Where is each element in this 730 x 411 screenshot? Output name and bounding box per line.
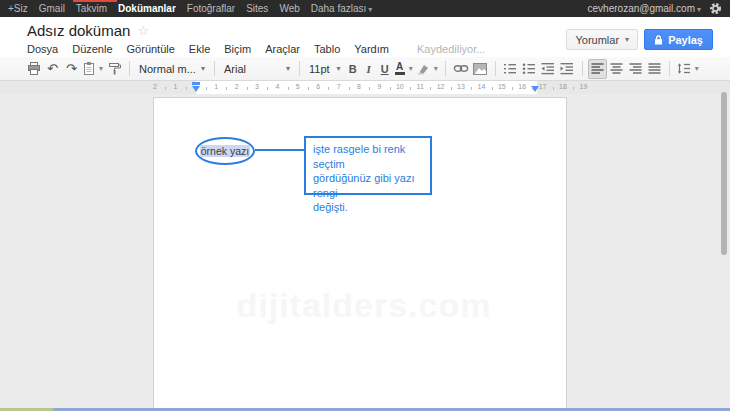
star-icon[interactable]: ☆: [137, 23, 149, 38]
menu-help[interactable]: Yardım: [354, 43, 389, 55]
ruler-tick: [532, 87, 533, 90]
comments-label: Yorumlar: [575, 34, 619, 46]
ruler-tick: [288, 87, 289, 90]
menu-tools[interactable]: Araçlar: [265, 43, 300, 55]
menu-format[interactable]: Biçim: [224, 43, 251, 55]
italic-button[interactable]: I: [361, 63, 377, 75]
style-dropdown[interactable]: Normal m... ▾: [135, 59, 209, 79]
font-value: Arial: [224, 63, 246, 75]
menu-table[interactable]: Tablo: [314, 43, 340, 55]
vertical-scrollbar-thumb[interactable]: [721, 92, 727, 255]
google-topbar: +Siz Gmail Takvim Dokümanlar Fotoğraflar…: [0, 0, 730, 17]
toolbar-separator: [445, 61, 446, 76]
ruler-tick: [553, 87, 554, 90]
chevron-down-icon: ▾: [368, 5, 372, 14]
save-status: Kaydediliyor...: [417, 43, 485, 55]
share-button[interactable]: Paylaş: [644, 29, 713, 50]
print-button[interactable]: [24, 59, 43, 79]
menubar: Dosya Düzenle Görüntüle Ekle Biçim Araçl…: [27, 43, 485, 55]
ruler-number: 4: [272, 83, 282, 90]
annotation-line: değişti.: [313, 200, 423, 215]
menu-insert[interactable]: Ekle: [189, 43, 210, 55]
google-docs-window: +Siz Gmail Takvim Dokümanlar Fotoğraflar…: [0, 0, 730, 411]
document-title[interactable]: Adsız doküman: [27, 22, 130, 39]
topbar-link-gmail[interactable]: Gmail: [39, 3, 65, 14]
ruler-tick: [512, 87, 513, 90]
align-left-button[interactable]: [588, 59, 607, 79]
insert-image-button[interactable]: [471, 59, 490, 79]
topbar-link-web[interactable]: Web: [279, 3, 299, 14]
indent-icon: [560, 62, 574, 75]
underline-button[interactable]: U: [377, 63, 393, 75]
web-clipboard-button[interactable]: ▾: [81, 59, 105, 79]
redo-button[interactable]: ↷: [62, 59, 81, 79]
increase-indent-button[interactable]: [558, 59, 577, 79]
ruler-number: 2: [150, 83, 160, 90]
ruler-tick: [349, 87, 350, 90]
topbar-link-photos[interactable]: Fotoğraflar: [187, 3, 235, 14]
ruler-number: 7: [334, 83, 344, 90]
gear-icon[interactable]: [709, 2, 722, 15]
paint-format-button[interactable]: [105, 59, 124, 79]
highlight-color-button[interactable]: ▾: [415, 59, 440, 79]
menu-view[interactable]: Görüntüle: [127, 43, 175, 55]
ruler-number: 18: [558, 83, 568, 90]
align-left-icon: [591, 62, 604, 75]
ruler-tick: [206, 87, 207, 90]
redo-icon: ↷: [66, 62, 77, 75]
menu-edit[interactable]: Düzenle: [72, 43, 112, 55]
ruler-tick: [390, 87, 391, 90]
bulleted-list-button[interactable]: [520, 59, 539, 79]
topbar-link-calendar[interactable]: Takvim: [76, 3, 107, 14]
undo-icon: ↶: [47, 62, 58, 75]
bold-button[interactable]: B: [345, 63, 361, 75]
left-indent-marker[interactable]: [192, 86, 200, 92]
ruler-number: 8: [354, 83, 364, 90]
toolbar-separator: [582, 61, 583, 76]
ruler-tick: [328, 87, 329, 90]
first-line-indent-marker[interactable]: [192, 82, 200, 85]
ruler-tick: [573, 87, 574, 90]
editor-page[interactable]: dijitalders.com örnek yazı işte rasgele …: [153, 97, 567, 411]
highlight-pen-icon: [417, 62, 430, 75]
line-spacing-icon: [677, 62, 691, 75]
menu-file[interactable]: Dosya: [27, 43, 58, 55]
paint-roller-icon: [108, 62, 122, 75]
text-color-button[interactable]: A ▾: [393, 59, 415, 79]
topbar-link-documents[interactable]: Dokümanlar: [118, 3, 176, 14]
ruler-number: 1: [170, 83, 180, 90]
ruler-tick: [308, 87, 309, 90]
clipboard-icon: [83, 62, 95, 75]
annotation-line: gördüğünüz gibi yazı rengi: [313, 171, 423, 200]
font-dropdown[interactable]: Arial ▾: [220, 59, 294, 79]
insert-link-button[interactable]: [451, 59, 471, 79]
document-header: Adsız doküman ☆ Dosya Düzenle Görüntüle …: [0, 17, 730, 57]
document-area: dijitalders.com örnek yazı işte rasgele …: [0, 94, 730, 411]
line-spacing-button[interactable]: ▾: [675, 59, 701, 79]
sample-text[interactable]: örnek yazı: [200, 145, 250, 157]
print-icon: [27, 62, 41, 75]
ruler-number: 12: [436, 83, 446, 90]
annotation-callout-box: işte rasgele bi renk seçtim gördüğünüz g…: [304, 136, 432, 195]
style-value: Normal m...: [139, 63, 196, 75]
ruler-number: 3: [252, 83, 262, 90]
ruler-number: 19: [578, 83, 588, 90]
align-justify-button[interactable]: [645, 59, 664, 79]
comments-button[interactable]: Yorumlar ▾: [566, 29, 638, 50]
ruler-number: 11: [415, 83, 425, 90]
topbar-link-plus-you[interactable]: +Siz: [8, 3, 28, 14]
decrease-indent-button[interactable]: [539, 59, 558, 79]
account-menu[interactable]: cevherozan@gmail.com▾: [588, 3, 701, 14]
align-center-button[interactable]: [607, 59, 626, 79]
undo-button[interactable]: ↶: [43, 59, 62, 79]
ruler-tick: [267, 87, 268, 90]
topbar-link-more[interactable]: Daha fazlası▾: [311, 3, 373, 14]
toolbar-separator: [129, 61, 130, 76]
ruler-number: 13: [456, 83, 466, 90]
numbered-list-button[interactable]: [501, 59, 520, 79]
topbar-link-sites[interactable]: Sites: [246, 3, 268, 14]
align-right-button[interactable]: [626, 59, 645, 79]
font-size-dropdown[interactable]: 11pt ▾: [305, 59, 345, 79]
ruler-tick: [451, 87, 452, 90]
ruler-tick: [369, 87, 370, 90]
